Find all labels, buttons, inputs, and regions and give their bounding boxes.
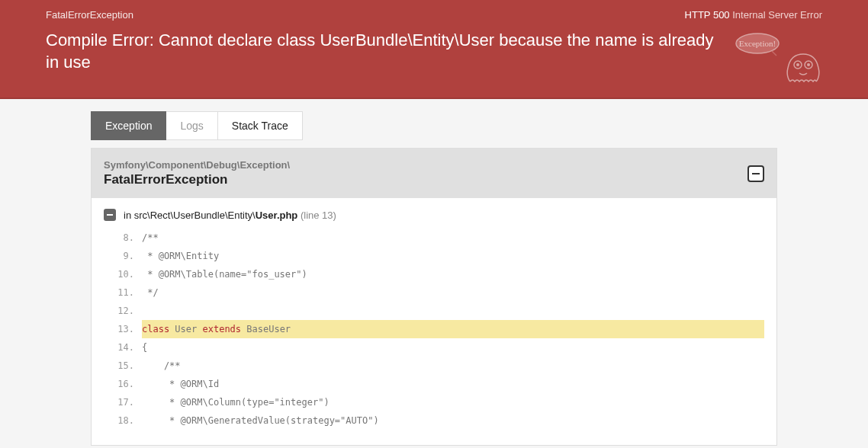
line-number: 8. xyxy=(104,229,142,247)
line-content: * @ORM\Entity xyxy=(142,247,764,265)
code-line: 11. */ xyxy=(104,283,764,302)
line-number: 11. xyxy=(104,283,142,302)
error-header: FatalErrorException HTTP 500 Internal Se… xyxy=(0,0,868,99)
code-line: 14.{ xyxy=(104,338,764,357)
panel-header: Symfony\Component\Debug\Exception\ Fatal… xyxy=(92,149,776,198)
line-content: { xyxy=(142,338,764,357)
svg-point-5 xyxy=(807,63,810,66)
minus-icon xyxy=(752,173,760,174)
line-number: 18. xyxy=(104,411,142,430)
line-content: * @ORM\Table(name="fos_user") xyxy=(142,265,764,283)
toggle-all-button[interactable] xyxy=(747,165,764,182)
trace-path: in src\Rect\UserBundle\Entity\User.php (… xyxy=(124,210,336,221)
line-number: 14. xyxy=(104,338,142,357)
code-line: 9. * @ORM\Entity xyxy=(104,247,764,265)
main-container: ExceptionLogsStack Trace Symfony\Compone… xyxy=(45,111,823,446)
line-content: /** xyxy=(142,357,764,375)
code-line: 10. * @ORM\Table(name="fos_user") xyxy=(104,265,764,283)
line-content: /** xyxy=(142,229,764,247)
line-content: * @ORM\Id xyxy=(142,375,764,393)
code-line: 12. xyxy=(104,302,764,320)
tab-bar: ExceptionLogsStack Trace xyxy=(91,111,777,140)
minus-icon xyxy=(107,214,113,216)
line-content: * @ORM\GeneratedValue(strategy="AUTO") xyxy=(142,411,764,430)
tab-logs[interactable]: Logs xyxy=(166,111,217,140)
error-title: Compile Error: Cannot declare class User… xyxy=(46,30,715,73)
http-status: HTTP 500 Internal Server Error xyxy=(685,9,822,21)
trace-dir: src\Rect\UserBundle\Entity\ xyxy=(134,210,256,221)
line-number: 17. xyxy=(104,393,142,411)
trace-line-number: (line 13) xyxy=(297,210,336,221)
line-content: * @ORM\Column(type="integer") xyxy=(142,393,764,411)
tab-stack-trace[interactable]: Stack Trace xyxy=(218,111,303,140)
line-number: 9. xyxy=(104,247,142,265)
exception-type-label: FatalErrorException xyxy=(46,9,133,21)
trace-block: in src\Rect\UserBundle\Entity\User.php (… xyxy=(92,198,776,445)
exception-class-block: Symfony\Component\Debug\Exception\ Fatal… xyxy=(104,159,290,187)
trace-prefix: in xyxy=(124,210,134,221)
svg-point-3 xyxy=(796,63,799,66)
exception-panel: Symfony\Component\Debug\Exception\ Fatal… xyxy=(91,148,777,446)
svg-text:Exception!: Exception! xyxy=(739,39,776,48)
code-line: 17. * @ORM\Column(type="integer") xyxy=(104,393,764,411)
code-snippet: 8./**9. * @ORM\Entity10. * @ORM\Table(na… xyxy=(104,229,764,430)
trace-filename: User.php xyxy=(256,210,298,221)
exception-class: FatalErrorException xyxy=(104,172,290,187)
http-message: Internal Server Error xyxy=(732,9,822,21)
trace-toggle-button[interactable] xyxy=(104,209,116,221)
line-content xyxy=(142,302,764,320)
line-number: 13. xyxy=(104,320,142,338)
code-line: 15. /** xyxy=(104,357,764,375)
line-number: 15. xyxy=(104,357,142,375)
code-line: 8./** xyxy=(104,229,764,247)
line-content: class User extends BaseUser xyxy=(142,320,764,338)
ghost-illustration: Exception! xyxy=(731,30,822,85)
trace-file-row: in src\Rect\UserBundle\Entity\User.php (… xyxy=(104,209,764,221)
line-number: 10. xyxy=(104,265,142,283)
line-number: 12. xyxy=(104,302,142,320)
exception-namespace: Symfony\Component\Debug\Exception\ xyxy=(104,159,290,171)
code-line: 16. * @ORM\Id xyxy=(104,375,764,393)
line-number: 16. xyxy=(104,375,142,393)
code-line: 18. * @ORM\GeneratedValue(strategy="AUTO… xyxy=(104,411,764,430)
http-code: HTTP 500 xyxy=(685,9,730,21)
header-meta: FatalErrorException HTTP 500 Internal Se… xyxy=(46,9,822,21)
header-main: Compile Error: Cannot declare class User… xyxy=(46,30,822,85)
code-line: 13.class User extends BaseUser xyxy=(104,320,764,338)
line-content: */ xyxy=(142,283,764,302)
tab-exception[interactable]: Exception xyxy=(91,111,166,140)
